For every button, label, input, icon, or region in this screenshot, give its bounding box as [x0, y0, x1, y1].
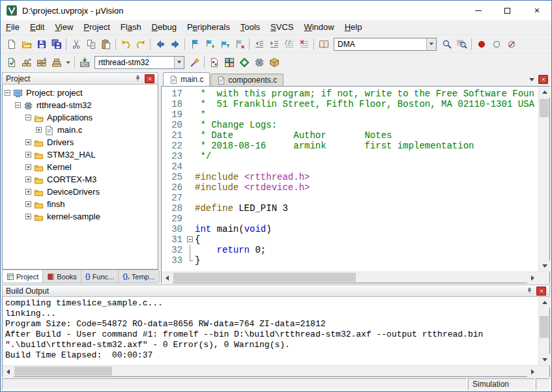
output-hscroll-thumb[interactable]: [14, 367, 112, 376]
panel-tab-temp[interactable]: {},Temp...: [119, 270, 160, 283]
output-scroll-up-button[interactable]: [539, 297, 550, 308]
editor-vscrollbar[interactable]: [538, 87, 549, 272]
scroll-up-button[interactable]: [539, 87, 550, 98]
build-icon[interactable]: [19, 55, 34, 70]
project-pin-icon[interactable]: [133, 74, 143, 83]
output-scroll-down-button[interactable]: [539, 354, 550, 365]
menu-svcs[interactable]: SVCS: [265, 20, 298, 35]
tree-item-cortex-m3[interactable]: +CORTEX-M3: [5, 173, 158, 186]
expand-icon[interactable]: +: [25, 176, 31, 182]
translate-icon[interactable]: [4, 55, 19, 70]
output-vscroll-thumb[interactable]: [540, 316, 549, 338]
collapse-icon[interactable]: −: [15, 102, 21, 108]
output-scroll-right-button[interactable]: [527, 366, 538, 377]
find-in-files-icon[interactable]: [316, 37, 331, 51]
output-hscrollbar[interactable]: [3, 365, 549, 376]
editor-hscroll-thumb[interactable]: [173, 273, 356, 282]
build-output-close-icon[interactable]: [536, 287, 546, 296]
editor-vscroll-thumb[interactable]: [540, 99, 549, 117]
target-combobox[interactable]: rtthread-stm32: [94, 56, 184, 69]
navigate-forward-icon[interactable]: [167, 37, 182, 51]
menu-project[interactable]: Project: [78, 20, 115, 35]
file-extensions-icon[interactable]: [207, 55, 222, 70]
menu-help[interactable]: Help: [340, 20, 368, 35]
manage-components-icon[interactable]: [222, 55, 237, 70]
batch-build-icon[interactable]: [49, 55, 64, 70]
output-vscrollbar[interactable]: [538, 297, 549, 365]
tree-item-main-c[interactable]: +main.c: [5, 124, 158, 136]
menu-tools[interactable]: Tools: [235, 20, 265, 35]
menu-file[interactable]: File: [1, 20, 25, 35]
fold-collapse-icon[interactable]: −: [187, 236, 193, 242]
menu-view[interactable]: View: [50, 20, 78, 35]
expand-icon[interactable]: +: [36, 127, 42, 133]
disable-breakpoint-icon[interactable]: [489, 37, 504, 51]
collapse-icon[interactable]: −: [5, 90, 10, 96]
editor-hscroll-track[interactable]: [173, 272, 527, 283]
menu-edit[interactable]: Edit: [25, 20, 50, 35]
cut-icon[interactable]: [68, 37, 83, 51]
tree-item-drivers[interactable]: +Drivers: [5, 136, 158, 148]
editor-vscroll-track[interactable]: [539, 98, 549, 260]
expand-icon[interactable]: +: [25, 201, 31, 207]
uncomment-icon[interactable]: [297, 37, 312, 51]
build-output-text[interactable]: compiling timeslice_sample.c...linking..…: [3, 297, 538, 365]
panel-tab-project[interactable]: Project: [3, 270, 43, 283]
collapse-icon[interactable]: −: [25, 115, 31, 120]
code-area[interactable]: 17 * with this program; if not, write to…: [162, 87, 538, 272]
expand-icon[interactable]: +: [25, 139, 31, 145]
bookmark-clear-icon[interactable]: [232, 37, 247, 51]
scroll-down-button[interactable]: [539, 260, 550, 272]
bookmark-prev-icon[interactable]: [217, 37, 232, 51]
output-pin-icon[interactable]: [525, 287, 534, 296]
undo-icon[interactable]: [118, 37, 133, 51]
project-panel-close-icon[interactable]: [145, 74, 154, 83]
minimize-button[interactable]: [463, 1, 493, 20]
find-combobox[interactable]: DMA: [334, 38, 437, 51]
tree-item-stm32-hal[interactable]: +STM32_HAL: [5, 148, 158, 161]
close-button[interactable]: [522, 1, 551, 20]
target-dropdown-button[interactable]: [174, 57, 184, 68]
editor-tab-main-c[interactable]: main.c: [163, 72, 210, 86]
incremental-find-icon[interactable]: [454, 37, 469, 51]
tree-item-kernel[interactable]: +Kernel: [5, 161, 158, 173]
maximize-button[interactable]: [493, 1, 522, 20]
expand-icon[interactable]: +: [25, 214, 31, 219]
insert-breakpoint-icon[interactable]: [474, 37, 489, 51]
manage-rte-icon[interactable]: [237, 55, 252, 70]
panel-tab-func[interactable]: {}Func...: [81, 270, 119, 283]
copy-icon[interactable]: [83, 37, 98, 51]
comment-icon[interactable]: [282, 37, 297, 51]
scroll-right-button[interactable]: [527, 272, 538, 283]
paste-icon[interactable]: [98, 37, 113, 51]
redo-icon[interactable]: [133, 37, 148, 51]
indent-icon[interactable]: [267, 37, 282, 51]
load-icon[interactable]: [77, 55, 92, 70]
save-icon[interactable]: [34, 37, 49, 51]
menu-window[interactable]: Window: [298, 20, 339, 35]
rebuild-icon[interactable]: [34, 55, 49, 70]
tree-item-applications[interactable]: −Applications: [5, 111, 158, 124]
tree-item-kernel-sample[interactable]: +kernel-sample: [5, 210, 158, 223]
tree-item-devicedrivers[interactable]: +DeviceDrivers: [5, 186, 158, 198]
bookmark-next-icon[interactable]: [202, 37, 217, 51]
save-all-icon[interactable]: [49, 37, 64, 51]
find-icon[interactable]: [439, 37, 454, 51]
bookmark-toggle-icon[interactable]: [187, 37, 202, 51]
menu-flash[interactable]: Flash: [115, 20, 147, 35]
panel-tab-books[interactable]: Books: [43, 270, 81, 283]
expand-icon[interactable]: +: [25, 164, 31, 170]
select-device-icon[interactable]: [252, 55, 267, 70]
scroll-left-button[interactable]: [162, 272, 173, 283]
tree-item-project-project[interactable]: −Project: project: [5, 87, 158, 99]
tree-item-rtthread-stm32[interactable]: −rtthread-stm32: [5, 99, 158, 111]
navigate-back-icon[interactable]: [153, 37, 167, 51]
document-list-button[interactable]: [527, 75, 536, 84]
editor-tab-components-c[interactable]: components.c: [211, 74, 283, 86]
build-menu-icon[interactable]: [64, 55, 72, 70]
open-file-icon[interactable]: [19, 37, 34, 51]
output-hscroll-track[interactable]: [14, 366, 527, 376]
close-file-button[interactable]: [538, 75, 548, 84]
menu-debug[interactable]: Debug: [147, 20, 182, 35]
output-scroll-left-button[interactable]: [3, 366, 14, 377]
